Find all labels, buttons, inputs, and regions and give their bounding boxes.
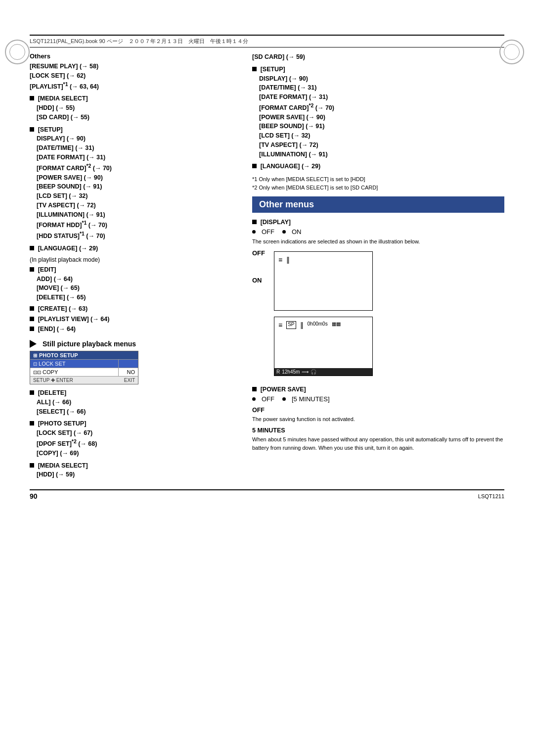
menu-icon: ≡: [278, 256, 282, 264]
bullet-playlist-view: [30, 317, 34, 321]
playlist-note: (In playlist playback mode): [30, 256, 237, 263]
bullet-end: [30, 327, 34, 331]
sp-badge-icon: SP: [286, 321, 296, 329]
lock-set-67: [LOCK SET] (→ 67): [37, 428, 237, 438]
pause-icon-on: ‖: [300, 321, 304, 329]
photo-setup-label: [PHOTO SETUP]: [38, 420, 87, 427]
note1-text: *1 Only when [MEDIA SELECT] is set to [H…: [252, 175, 504, 184]
resume-play: [RESUME PLAY] (→ 58): [30, 62, 237, 71]
headphone-icon: 🎧: [311, 369, 316, 375]
bullet-media-select: [30, 96, 34, 100]
display-section-label: [DISPLAY]: [261, 219, 291, 226]
off-icons: ≡ ‖: [278, 256, 290, 264]
on-icons: ≡ SP ‖ 0h00m0s ▦▦: [278, 321, 341, 329]
photo-table-header: ⊞ PHOTO SETUP: [30, 351, 138, 359]
edit-label: [EDIT]: [38, 266, 56, 273]
lock-set: [LOCK SET] (→ 62): [30, 71, 237, 81]
power-save-section-label: [POWER SAVE]: [261, 386, 306, 393]
r-date-time-31: [DATE/TIME] (→ 31): [259, 83, 504, 93]
off-label: OFF: [252, 249, 265, 257]
page-number: 90: [30, 492, 38, 500]
format-hdd-70: [FORMAT HDD]*1 (→ 70): [37, 219, 237, 230]
display-section: [DISPLAY] OFF ON The screen indications …: [252, 218, 504, 378]
dpof-set-68: [DPOF SET]*2 (→ 68): [37, 438, 237, 449]
on-label: ON: [252, 277, 265, 284]
off-title-section: OFF The power saving function is not act…: [252, 406, 504, 423]
bullet-setup-right: [252, 67, 257, 71]
footer-code: LSQT1211: [478, 493, 504, 499]
off-option: OFF: [262, 228, 274, 236]
r-lcd-set-32: [LCD SET] (→ 32): [259, 131, 504, 141]
setup-enter-label: SETUP ✚ ENTER: [33, 378, 73, 383]
pause-icon: ‖: [286, 256, 290, 264]
select-66: [SELECT] (→ 66): [37, 407, 237, 417]
right-top-items: [SD CARD] (→ 59) [SETUP] DISPLAY] (→ 90)…: [252, 52, 504, 191]
display-options: OFF ON: [252, 228, 504, 236]
hdd-59: [HDD] (→ 59): [37, 470, 237, 479]
page: LSQT1211(PAL_ENG).book 90 ページ ２００７年２月１３日…: [0, 35, 534, 756]
ps-bullet-off: [252, 395, 258, 403]
r-tv-aspect-72: [TV ASPECT] (→ 72): [259, 141, 504, 150]
bullet-media-select-2: [30, 463, 34, 468]
display-on-box: ≡ SP ‖ 0h00m0s ▦▦ R 12h45m ⟿ 🎧: [274, 317, 373, 376]
r-power-save-90: [POWER SAVE] (→ 90): [259, 113, 504, 122]
media-select-2-label: [MEDIA SELECT]: [38, 462, 88, 469]
all-66: ALL] (→ 66): [37, 398, 237, 407]
displays-row: OFF ON ≡ ‖: [252, 249, 504, 378]
delete-65: [DELETE] (→ 65): [37, 293, 237, 302]
ps-5min-option: [5 MINUTES]: [292, 395, 330, 403]
sd-card-55: [SD CARD] (→ 55): [37, 113, 237, 122]
note1: *1 Only when [MEDIA SELECT] is set to [H…: [252, 175, 504, 191]
bullet-delete: [30, 390, 34, 395]
move-65: [MOVE] (→ 65): [37, 284, 237, 293]
display-90: DISPLAY] (→ 90): [37, 134, 237, 143]
lock-set-cell: ⊡ LOCK SET: [30, 360, 118, 368]
display-off-box: ≡ ‖: [274, 251, 373, 311]
bullet-display: [252, 220, 257, 224]
copy-value: NO: [118, 368, 138, 376]
language-29-right: [LANGUAGE] (→ 29): [261, 163, 321, 170]
display-bottom-bar: R 12h45m ⟿ 🎧: [274, 368, 372, 376]
photo-table-row-lock: ⊡ LOCK SET: [30, 359, 138, 368]
5min-title: 5 MINUTES: [252, 426, 504, 435]
note2-text: *2 Only when [MEDIA SELECT] is set to [S…: [252, 184, 504, 192]
bullet-power-save: [252, 387, 257, 391]
sd-card-59: [SD CARD] (→ 59): [252, 52, 504, 62]
language-29: [LANGUAGE] (→ 29): [38, 245, 98, 252]
bullet-off: [252, 228, 258, 236]
format-card-70: [FORMAT CARD]*2 (→ 70): [37, 162, 237, 173]
db-icon: ⊞: [33, 353, 37, 358]
create-63: [CREATE] (→ 63): [38, 305, 88, 312]
corner-decoration-tr: [499, 40, 529, 69]
right-column: [SD CARD] (→ 59) [SETUP] DISPLAY] (→ 90)…: [252, 47, 504, 479]
arrow-right-icon: [30, 340, 37, 348]
ps-bullet-5min: [282, 395, 288, 403]
corner-decoration-tl: [5, 40, 35, 69]
left-column: Others [RESUME PLAY] (→ 58) [LOCK SET] (…: [30, 47, 237, 479]
setup-label: [SETUP]: [38, 126, 63, 133]
photo-table: ⊞ PHOTO SETUP ⊡ LOCK SET ⊡⊡ COPY NO S: [30, 351, 138, 384]
display-boxes: ≡ ‖ ≡ SP ‖ 0h00m0s ▦▦: [274, 249, 373, 378]
power-save-options: OFF [5 MINUTES]: [252, 395, 504, 403]
photo-setup-header-label: PHOTO SETUP: [39, 352, 78, 358]
tv-aspect-72: [TV ASPECT] (→ 72): [37, 201, 237, 210]
bullet-language-right: [252, 164, 257, 168]
r-icon: R: [276, 369, 280, 375]
r-display-90: DISPLAY] (→ 90): [259, 74, 504, 84]
playlist-view-64: [PLAYLIST VIEW] (→ 64): [38, 316, 110, 323]
r-beep-sound-91: [BEEP SOUND] (→ 91): [259, 122, 504, 131]
playlist: [PLAYLIST]*1 (→ 63, 64): [30, 81, 237, 92]
on-option: ON: [292, 228, 302, 236]
menu-icon-on: ≡: [278, 321, 282, 329]
power-save-90: [POWER SAVE] (→ 90): [37, 173, 237, 183]
setup-label-right: [SETUP]: [261, 66, 285, 73]
still-picture-heading: Still picture playback menus: [30, 340, 237, 348]
hdd-status-70: [HDD STATUS]*1 (→ 70): [37, 230, 237, 241]
signal2: ⟿: [302, 369, 309, 375]
bullet-create: [30, 306, 34, 311]
lcd-set-32: [LCD SET] (→ 32): [37, 191, 237, 201]
photo-table-footer: SETUP ✚ ENTER EXIT: [30, 376, 138, 384]
still-picture-label: Still picture playback menus: [43, 340, 136, 348]
copy-69: [COPY] (→ 69): [37, 449, 237, 458]
copy-cell: ⊡⊡ COPY: [30, 368, 118, 376]
